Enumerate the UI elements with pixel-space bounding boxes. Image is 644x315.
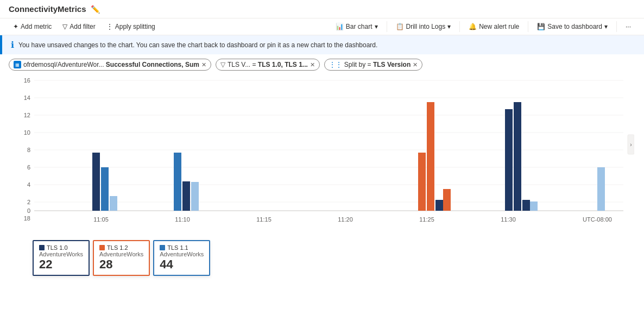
bar-1105-tls10 <box>92 153 100 211</box>
bar-1125-tls12-c <box>443 189 451 211</box>
svg-text:11:20: 11:20 <box>338 216 353 223</box>
filter-icon: ▽ <box>62 23 67 30</box>
toolbar-right: 📊 Bar chart ▾ 📋 Drill into Logs ▾ 🔔 New … <box>331 21 635 33</box>
close-icon-1[interactable]: ✕ <box>201 61 206 68</box>
tls-filter-pill[interactable]: ▽ TLS V... = TLS 1.0, TLS 1... ✕ <box>216 59 320 71</box>
tooltip-tls10: TLS 1.0 AdventureWorks 22 <box>33 240 90 276</box>
add-metric-icon: ✦ <box>13 23 18 30</box>
apply-splitting-button[interactable]: ⋮ Apply splitting <box>102 21 160 33</box>
divider-4 <box>616 21 617 32</box>
barchart-icon: 📊 <box>336 23 344 30</box>
chart-type-dropdown[interactable]: 📊 Bar chart ▾ <box>331 21 382 33</box>
svg-text:UTC-08:00: UTC-08:00 <box>583 216 612 223</box>
chevron-down-icon: ▾ <box>375 23 378 30</box>
svg-text:11:10: 11:10 <box>175 216 190 223</box>
svg-text:14: 14 <box>24 94 30 101</box>
info-banner: ℹ You have unsaved changes to the chart.… <box>0 35 644 54</box>
split-filter-pill[interactable]: ⋮⋮ Split by = TLS Version ✕ <box>324 59 422 71</box>
bar-1105-tls11 <box>101 167 109 211</box>
bar-1110-tls11-light2 <box>191 182 199 211</box>
tooltip-tls12-label: TLS 1.2 <box>107 244 128 251</box>
alert-icon: 🔔 <box>469 23 477 30</box>
tooltip-tls11: TLS 1.1 AdventureWorks 44 <box>153 240 210 276</box>
save-dashboard-dropdown[interactable]: 💾 Save to dashboard ▾ <box>533 21 612 33</box>
bar-1125-tls12-b <box>427 102 434 211</box>
apply-splitting-label: Apply splitting <box>115 23 155 30</box>
tooltip-tls11-sub: AdventureWorks <box>160 251 204 257</box>
split-filter-text: Split by = TLS Version <box>344 61 411 68</box>
bar-1130-tls10-b <box>514 102 521 211</box>
tooltip-tls11-label: TLS 1.1 <box>167 244 188 251</box>
svg-text:11:30: 11:30 <box>501 216 516 223</box>
bar-1130-tls10-a <box>505 109 513 211</box>
bar-1110-tls10 <box>182 181 190 211</box>
legend-dot-tls10 <box>39 245 45 250</box>
svg-text:›: › <box>630 142 632 148</box>
tooltip-tls12: TLS 1.2 AdventureWorks 28 <box>93 240 150 276</box>
close-icon-2[interactable]: ✕ <box>310 61 315 68</box>
svg-text:11:05: 11:05 <box>93 216 109 223</box>
metric-filter-text: ofrdemosql/AdventureWor... Successful Co… <box>23 61 199 68</box>
drill-logs-dropdown[interactable]: 📋 Drill into Logs ▾ <box>392 21 456 33</box>
filter-bar: ▦ ofrdemosql/AdventureWor... Successful … <box>0 54 644 75</box>
save-icon: 💾 <box>537 23 545 30</box>
tooltip-tls10-label: TLS 1.0 <box>47 244 68 251</box>
filter-icon-2: ▽ <box>220 61 225 68</box>
svg-text:2: 2 <box>27 199 30 205</box>
chevron-down-icon-2: ▾ <box>447 23 451 30</box>
chart-type-label: Bar chart <box>346 23 372 30</box>
new-alert-label: New alert rule <box>479 23 519 30</box>
svg-text:18: 18 <box>24 215 30 222</box>
metric-filter-pill[interactable]: ▦ ofrdemosql/AdventureWor... Successful … <box>9 59 211 71</box>
divider-2 <box>459 21 460 32</box>
split-filter-icon: ⋮⋮ <box>329 61 342 68</box>
logs-icon: 📋 <box>396 23 404 30</box>
svg-text:6: 6 <box>27 164 30 171</box>
add-filter-button[interactable]: ▽ Add filter <box>58 21 99 33</box>
divider-3 <box>528 21 528 32</box>
split-icon: ⋮ <box>106 23 113 30</box>
close-icon-3[interactable]: ✕ <box>413 61 418 68</box>
banner-message: You have unsaved changes to the chart. Y… <box>18 41 377 49</box>
drill-logs-label: Drill into Logs <box>406 23 446 30</box>
tooltip-tls10-value: 22 <box>39 257 83 272</box>
chart-svg: 0 2 4 6 8 10 12 14 16 18 11:05 <box>10 75 634 238</box>
svg-text:0: 0 <box>27 207 30 214</box>
bar-1110-tls11 <box>174 153 181 211</box>
ellipsis-icon: ··· <box>626 23 631 30</box>
tooltip-tls11-value: 44 <box>160 257 204 272</box>
legend-dot-tls11 <box>160 245 165 250</box>
svg-text:8: 8 <box>27 147 30 153</box>
info-icon: ℹ <box>11 40 14 50</box>
svg-text:12: 12 <box>24 112 30 118</box>
svg-text:11:25: 11:25 <box>419 216 434 223</box>
legend-dot-tls12 <box>99 245 105 250</box>
tooltip-container: TLS 1.0 AdventureWorks 22 TLS 1.2 Advent… <box>33 240 611 276</box>
svg-text:4: 4 <box>27 181 30 188</box>
edit-icon[interactable]: ✏️ <box>91 5 100 14</box>
add-metric-button[interactable]: ✦ Add metric <box>9 21 56 33</box>
tooltip-tls12-value: 28 <box>99 257 143 272</box>
bar-1130-tls11-light <box>530 201 538 211</box>
bar-1125-tls12-a <box>418 153 426 211</box>
tls-filter-text: TLS V... = TLS 1.0, TLS 1... <box>228 61 308 68</box>
tooltip-tls10-sub: AdventureWorks <box>39 251 83 257</box>
page-title: ConnectivityMetrics <box>9 4 86 14</box>
bar-utc-tls11 <box>597 167 605 211</box>
bar-1125-tls10 <box>435 200 443 211</box>
add-metric-label: Add metric <box>21 23 52 30</box>
bar-1105-tls11-light <box>110 196 117 211</box>
chart-wrapper: 0 2 4 6 8 10 12 14 16 18 11:05 <box>4 75 640 238</box>
save-dashboard-label: Save to dashboard <box>547 23 602 30</box>
toolbar: ✦ Add metric ▽ Add filter ⋮ Apply splitt… <box>0 18 644 35</box>
title-bar: ConnectivityMetrics ✏️ <box>0 0 644 18</box>
tooltip-tls12-sub: AdventureWorks <box>99 251 143 257</box>
svg-text:11:15: 11:15 <box>256 216 272 223</box>
add-filter-label: Add filter <box>70 23 95 30</box>
chevron-down-icon-3: ▾ <box>604 23 608 30</box>
new-alert-dropdown[interactable]: 🔔 New alert rule <box>464 21 523 33</box>
toolbar-left: ✦ Add metric ▽ Add filter ⋮ Apply splitt… <box>9 21 329 33</box>
svg-text:16: 16 <box>24 77 30 84</box>
more-options-button[interactable]: ··· <box>621 21 635 33</box>
db-icon: ▦ <box>14 61 21 68</box>
